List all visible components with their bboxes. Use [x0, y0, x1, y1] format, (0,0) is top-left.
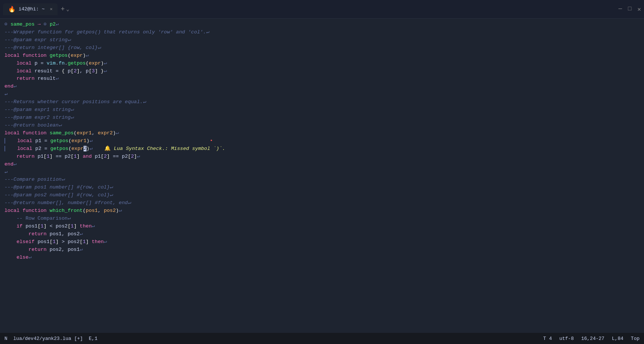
- scroll-top: Top: [631, 336, 640, 341]
- maximize-button[interactable]: □: [628, 6, 632, 13]
- tab-dropdown-icon[interactable]: ⌄: [66, 6, 69, 12]
- code-line-14: ---@return boolean↵: [4, 122, 640, 130]
- tab-close-icon[interactable]: ✕: [50, 6, 52, 12]
- code-line-6: local p = vim.fn.getpos(expr)↵: [4, 60, 640, 68]
- code-line-24: ---@return number[], number[] #front, en…: [4, 199, 640, 207]
- close-button[interactable]: ✕: [637, 6, 641, 13]
- new-tab-button[interactable]: +: [61, 6, 65, 13]
- code-line-2: ---Wrapper function for getpos() that re…: [4, 29, 640, 36]
- tab-emoji: 🔥: [8, 6, 16, 13]
- cursor-position: 16,24-27: [581, 336, 604, 341]
- encoding: utf-8: [559, 336, 574, 341]
- code-line-7: local result = { p[2], p[3] }↵: [4, 68, 640, 75]
- scroll-info: L,84: [612, 336, 623, 341]
- code-line-19: end↵: [4, 161, 640, 168]
- code-line-16: local p1 = getpos(expr1)↵ •: [4, 137, 640, 145]
- code-line-20: ↵: [4, 168, 640, 176]
- status-bar: N lua/dev42/yank23.lua [+] E,1 T 4 utf-8…: [0, 333, 644, 344]
- code-line-28: return pos1, pos2↵: [4, 230, 640, 238]
- minimize-button[interactable]: —: [618, 6, 622, 13]
- status-right: T 4 utf-8 16,24-27 L,84 Top: [543, 336, 640, 341]
- code-line-17: local p2 = getpos(expr2)↵ 🔔 Lua Syntax C…: [4, 145, 640, 153]
- code-line-30: return pos2, pos1↵: [4, 246, 640, 254]
- file-name: lua/dev42/yank23.lua [+]: [13, 336, 83, 341]
- status-extra: E,1: [89, 336, 97, 341]
- code-line-4: ---@return integer[] {row, col}↵: [4, 44, 640, 52]
- code-line-22: ---@param pos1 number[] #{row, col}↵: [4, 184, 640, 191]
- window-controls: — □ ✕: [618, 6, 641, 13]
- vim-mode: N: [4, 336, 7, 341]
- title-bar: 🔥 i42@hi: ~ ✕ + ⌄ — □ ✕: [0, 0, 644, 19]
- code-line-5: local function getpos(expr)↵: [4, 52, 640, 60]
- code-line-29: elseif pos1[1] > pos2[1] then↵: [4, 238, 640, 246]
- code-line-18: return p1[1] == p2[1] and p1[2] == p2[2]…: [4, 153, 640, 161]
- tab-label: i42@hi: ~: [19, 6, 45, 12]
- code-line-25: local function which_front(pos1, pos2)↵: [4, 207, 640, 215]
- code-line-21: ---Compare position↵: [4, 176, 640, 184]
- code-line-12: ---@param expr1 string↵: [4, 106, 640, 114]
- code-line-23: ---@param pos2 number[] #{row, col}↵: [4, 191, 640, 199]
- code-line-1: ⊙ same_pos → ⊙ p2↵: [4, 21, 640, 29]
- terminal-tab[interactable]: 🔥 i42@hi: ~ ✕: [3, 3, 58, 15]
- code-line-27: if pos1[1] < pos2[1] then↵: [4, 223, 640, 230]
- code-line-8: return result↵: [4, 75, 640, 83]
- code-line-3: ---@param expr string↵: [4, 36, 640, 44]
- tab-size: T 4: [543, 336, 552, 341]
- code-line-11: ---Returns whether cursor positions are …: [4, 98, 640, 106]
- code-line-10: ↵: [4, 91, 640, 98]
- code-line-9: end↵: [4, 83, 640, 91]
- code-line-15: local function same_pos(expr1, expr2)↵: [4, 130, 640, 137]
- code-line-26: -- Row Comparison↵: [4, 215, 640, 223]
- terminal-content: ⊙ same_pos → ⊙ p2↵ ---Wrapper function f…: [0, 19, 644, 333]
- code-line-13: ---@param expr2 string↵: [4, 114, 640, 122]
- code-line-31: else↵: [4, 254, 640, 262]
